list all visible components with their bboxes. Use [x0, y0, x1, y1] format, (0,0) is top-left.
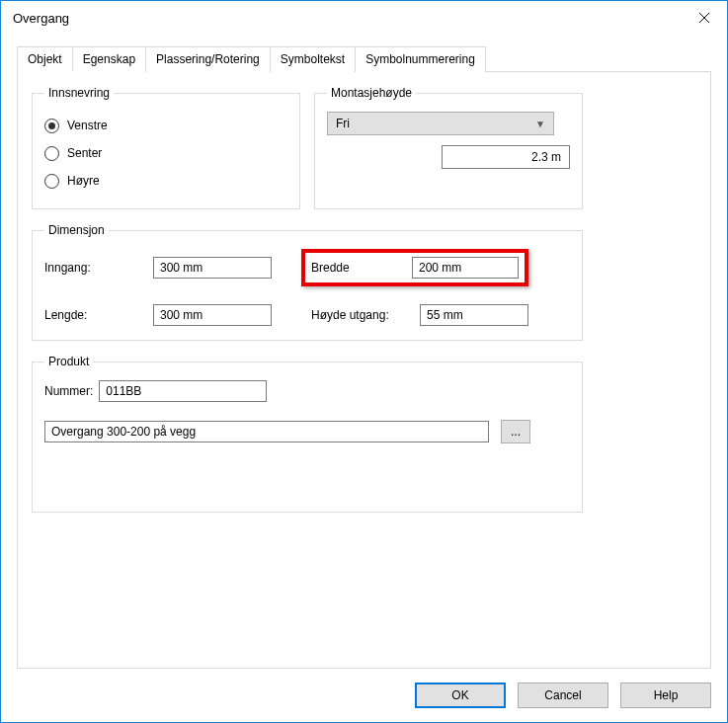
value-hoyde: 55 mm — [427, 308, 463, 322]
radio-icon — [44, 119, 59, 133]
titlebar: Overgang — [1, 1, 727, 35]
group-innsnevring: Innsnevring Venstre Senter Høyre — [32, 86, 300, 209]
legend-montasje: Montasjehøyde — [327, 86, 416, 100]
content-area: Objekt Egenskap Plassering/Rotering Symb… — [1, 35, 727, 669]
top-row: Innsnevring Venstre Senter Høyre — [32, 86, 696, 209]
radio-venstre[interactable]: Venstre — [44, 112, 287, 139]
legend-produkt: Produkt — [44, 355, 93, 368]
highlight-bredde: Bredde 200 mm — [301, 249, 528, 286]
radio-icon — [44, 146, 59, 161]
label-hoyde: Høyde utgang: — [311, 308, 420, 322]
value-nummer: 011BB — [106, 384, 141, 398]
montasje-height-input[interactable]: 2.3 m — [442, 145, 570, 169]
label-inngang: Inngang: — [44, 261, 153, 275]
input-inngang[interactable]: 300 mm — [153, 257, 272, 279]
ellipsis-icon: ... — [511, 425, 521, 439]
radio-label-senter: Senter — [67, 146, 102, 160]
group-produkt: Produkt Nummer: 011BB Overgang 300-200 p… — [32, 355, 583, 513]
button-bar: OK Cancel Help — [1, 669, 727, 722]
value-inngang: 300 mm — [160, 261, 202, 275]
group-dimensjon: Dimensjon Inngang: 300 mm Bredde 200 mm … — [32, 223, 583, 341]
value-lengde: 300 mm — [160, 308, 202, 322]
cancel-button[interactable]: Cancel — [518, 683, 608, 708]
ok-button[interactable]: OK — [415, 683, 506, 708]
input-bredde[interactable]: 200 mm — [412, 257, 519, 279]
tab-strip: Objekt Egenskap Plassering/Rotering Symb… — [17, 46, 711, 72]
montasje-height-value: 2.3 m — [531, 150, 561, 164]
tab-symbolnummerering[interactable]: Symbolnummerering — [355, 46, 486, 72]
montasje-select[interactable]: Fri ▼ — [327, 112, 554, 135]
label-nummer: Nummer: — [44, 384, 93, 398]
radio-hoyre[interactable]: Høyre — [44, 167, 287, 195]
radio-icon — [44, 174, 59, 189]
window-title: Overgang — [13, 11, 69, 26]
value-bredde: 200 mm — [419, 261, 461, 275]
legend-innsnevring: Innsnevring — [44, 86, 114, 100]
close-button[interactable] — [682, 1, 727, 35]
tab-objekt[interactable]: Objekt — [17, 46, 73, 72]
help-button[interactable]: Help — [620, 683, 711, 708]
cancel-label: Cancel — [544, 688, 581, 702]
radio-senter[interactable]: Senter — [44, 139, 287, 167]
select-value: Fri — [336, 117, 350, 130]
input-lengde[interactable]: 300 mm — [153, 304, 272, 326]
label-lengde: Lengde: — [44, 308, 153, 322]
dialog-window: Overgang Objekt Egenskap Plassering/Rote… — [0, 0, 728, 723]
help-label: Help — [654, 688, 679, 702]
tab-panel: Innsnevring Venstre Senter Høyre — [17, 71, 711, 669]
tab-egenskap[interactable]: Egenskap — [72, 46, 146, 72]
chevron-down-icon: ▼ — [535, 119, 545, 129]
input-nummer[interactable]: 011BB — [99, 380, 267, 402]
legend-dimensjon: Dimensjon — [44, 223, 109, 237]
radio-label-venstre: Venstre — [67, 119, 108, 132]
label-bredde: Bredde — [311, 261, 394, 275]
tab-symboltekst[interactable]: Symboltekst — [270, 46, 356, 72]
close-icon — [698, 12, 710, 24]
input-description[interactable]: Overgang 300-200 på vegg — [44, 421, 489, 442]
ok-label: OK — [451, 688, 468, 702]
tab-plassering[interactable]: Plassering/Rotering — [145, 46, 271, 72]
group-montasjehoyde: Montasjehøyde Fri ▼ 2.3 m — [314, 86, 583, 209]
input-hoyde[interactable]: 55 mm — [420, 304, 528, 326]
radio-label-hoyre: Høyre — [67, 174, 100, 188]
browse-button[interactable]: ... — [501, 420, 530, 443]
value-description: Overgang 300-200 på vegg — [51, 425, 196, 439]
